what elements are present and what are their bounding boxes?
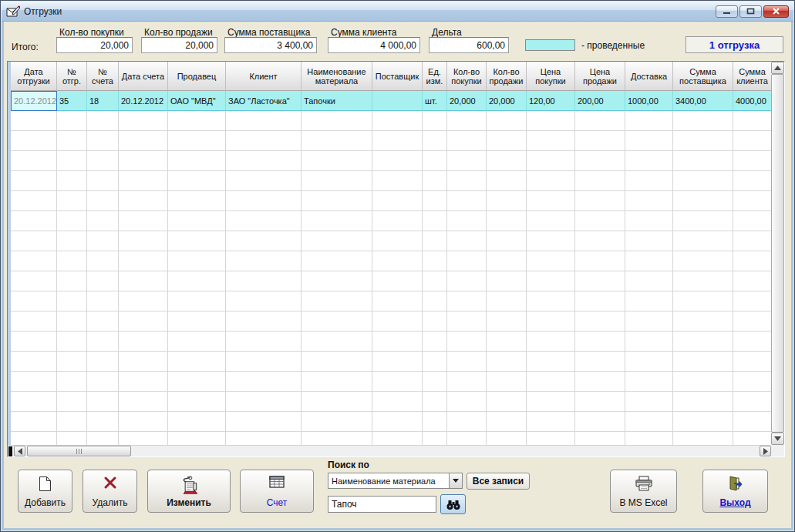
- maximize-icon: [746, 8, 755, 15]
- column-header-5[interactable]: Клиент: [226, 62, 301, 91]
- all-records-button[interactable]: Все записи: [467, 473, 530, 490]
- exit-button[interactable]: Выход: [702, 470, 768, 513]
- vertical-scrollbar[interactable]: [771, 62, 784, 445]
- search-field-select[interactable]: Наименование материала: [328, 473, 463, 489]
- search-input[interactable]: [328, 496, 436, 513]
- grid-cell[interactable]: 4000,00: [733, 91, 771, 111]
- client-sum-total-field[interactable]: [328, 37, 420, 53]
- totals-panel: Итого: Кол-во покупки Кол-во продажи Сум…: [5, 25, 790, 59]
- grid-cell-empty: [447, 291, 487, 311]
- column-header-9[interactable]: Кол-во покупки: [447, 62, 487, 91]
- column-header-3[interactable]: Дата счета: [119, 62, 168, 91]
- grid-cell-empty: [575, 251, 625, 271]
- grid-cell-empty: [423, 271, 447, 291]
- grid-cell[interactable]: Тапочки: [301, 91, 372, 111]
- close-button[interactable]: [763, 5, 789, 18]
- grid-cell-empty: [372, 271, 423, 291]
- grid-cell-empty: [575, 311, 625, 332]
- exit-button-label: Выход: [719, 498, 750, 507]
- grid-cell[interactable]: 20,000: [447, 91, 487, 111]
- grid-cell-empty: [119, 151, 168, 171]
- column-header-15[interactable]: Сумма клиента: [733, 62, 771, 91]
- column-header-0[interactable]: Дата отгрузки: [11, 62, 57, 91]
- grid-cell-empty: [226, 171, 301, 191]
- maximize-button[interactable]: [739, 5, 762, 18]
- grid-cell-empty: [301, 231, 372, 251]
- grid-cell[interactable]: 35: [57, 91, 87, 111]
- column-header-7[interactable]: Поставщик: [372, 62, 423, 91]
- grid-cell-empty: [87, 111, 119, 131]
- delete-button[interactable]: Удалить: [83, 470, 137, 513]
- supplier-sum-total-field[interactable]: [224, 37, 317, 53]
- grid-cell[interactable]: 3400,00: [673, 91, 733, 111]
- grid-cell-empty: [625, 352, 673, 372]
- delete-button-label: Удалить: [93, 498, 128, 507]
- grid-cell-empty: [423, 111, 447, 131]
- grid-cell-empty: [301, 111, 372, 131]
- grid-cell-empty: [625, 432, 673, 445]
- scroll-right-button[interactable]: [760, 446, 771, 456]
- export-excel-button[interactable]: В MS Excel: [610, 470, 677, 513]
- grid-cell-empty: [487, 291, 527, 311]
- invoice-button[interactable]: Счет: [240, 470, 314, 513]
- grid-cell[interactable]: [372, 91, 423, 111]
- grid-cell[interactable]: 200,00: [575, 91, 625, 111]
- grid-cell[interactable]: 18: [87, 91, 119, 111]
- combo-dropdown-button[interactable]: [449, 473, 462, 488]
- qty-buy-total-field[interactable]: [56, 37, 133, 53]
- grid-cell-empty: [168, 332, 226, 352]
- column-header-11[interactable]: Цена покупки: [527, 62, 575, 91]
- grid-cell[interactable]: ЗАО "Ласточка": [226, 91, 301, 111]
- chevron-down-icon: [453, 479, 459, 483]
- grid-cell[interactable]: 20,000: [487, 91, 527, 111]
- column-header-12[interactable]: Цена продажи: [575, 62, 625, 91]
- scroll-left-button[interactable]: [14, 446, 25, 456]
- grid-cell[interactable]: шт.: [423, 91, 447, 111]
- grid-cell-empty: [57, 251, 87, 271]
- grid-cell-empty: [168, 151, 226, 171]
- grid-cell-empty: [447, 392, 487, 412]
- add-button[interactable]: Добавить: [18, 470, 72, 513]
- column-header-2[interactable]: № счета: [87, 62, 119, 91]
- grid-cell-empty: [301, 392, 372, 412]
- grid-cell[interactable]: 120,00: [527, 91, 575, 111]
- grid-cell-empty: [575, 231, 625, 251]
- column-header-13[interactable]: Доставка: [625, 62, 673, 91]
- grid-cell-empty: [226, 131, 301, 151]
- grid-cell[interactable]: 20.12.2012: [11, 91, 57, 111]
- grid-cell-empty: [372, 432, 423, 445]
- grid-cell[interactable]: 1000,00: [625, 91, 673, 111]
- grid-cell-empty: [625, 412, 673, 432]
- delta-total-field[interactable]: [429, 37, 509, 53]
- grid-cell[interactable]: ОАО "МВД": [168, 91, 226, 111]
- grid-cell-empty: [87, 352, 119, 372]
- column-header-8[interactable]: Ед. изм.: [423, 62, 447, 91]
- grid-splitter-mark[interactable]: [8, 446, 12, 456]
- grid-cell-empty: [733, 211, 771, 231]
- grid-cell-empty: [673, 332, 733, 352]
- edit-button[interactable]: Изменить: [147, 470, 231, 513]
- find-button[interactable]: [440, 494, 466, 514]
- grid-cell[interactable]: 20.12.2012: [119, 91, 168, 111]
- grid-cell-empty: [733, 251, 771, 271]
- grid-cell-empty: [168, 392, 226, 412]
- grid-cell-empty: [673, 412, 733, 432]
- grid-cell-empty: [11, 412, 57, 432]
- grid-cell-empty: [487, 311, 527, 332]
- grid-row-selected[interactable]: 20.12.2012351820.12.2012ОАО "МВД"ЗАО "Ла…: [11, 91, 771, 111]
- column-header-10[interactable]: Кол-во продажи: [487, 62, 527, 91]
- scroll-down-button[interactable]: [771, 433, 784, 445]
- grid-cell-empty: [119, 111, 168, 131]
- column-header-6[interactable]: Наименование материала: [301, 62, 372, 91]
- scroll-up-button[interactable]: [771, 62, 784, 74]
- column-header-4[interactable]: Продавец: [168, 62, 226, 91]
- grid-row-empty: [11, 251, 771, 271]
- column-header-1[interactable]: № отгр.: [57, 62, 87, 91]
- qty-sell-total-field[interactable]: [141, 37, 217, 53]
- grid-cell-empty: [168, 412, 226, 432]
- vertical-scroll-thumb[interactable]: [771, 74, 784, 433]
- minimize-button[interactable]: [716, 5, 738, 18]
- horizontal-scroll-thumb[interactable]: [27, 446, 131, 456]
- column-header-14[interactable]: Сумма поставщика: [673, 62, 733, 91]
- horizontal-scrollbar[interactable]: [8, 445, 771, 456]
